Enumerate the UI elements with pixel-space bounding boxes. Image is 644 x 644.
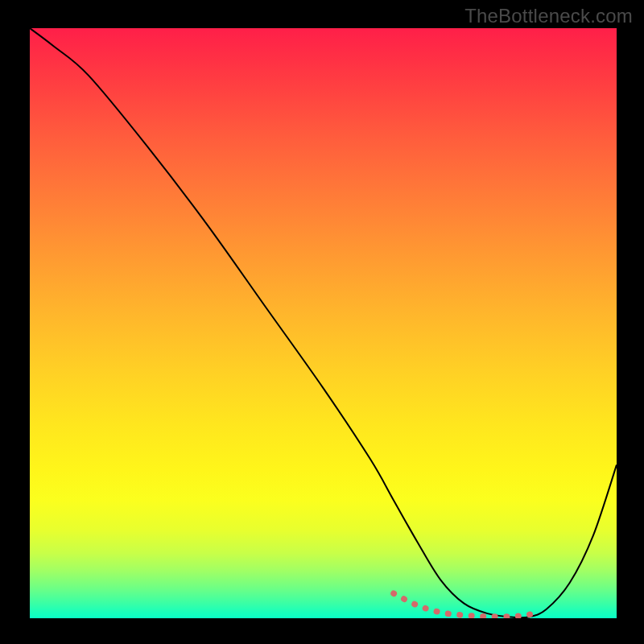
chart-frame: TheBottleneck.com bbox=[0, 0, 644, 644]
watermark-text: TheBottleneck.com bbox=[464, 5, 633, 27]
bottleneck-curve bbox=[30, 28, 617, 618]
curve-path bbox=[30, 28, 617, 617]
plot-area bbox=[30, 28, 617, 618]
